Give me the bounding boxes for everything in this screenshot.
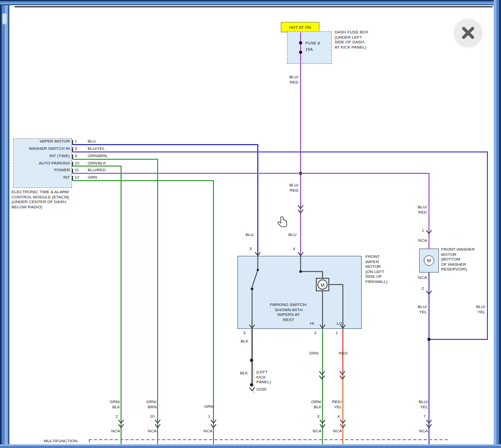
connector-double-chevron-icon [154, 419, 161, 428]
etacm-pin-function: POWER [15, 168, 70, 173]
bottom-wire-label: GRN/ BLK [99, 399, 120, 409]
wire-grn-blk-v [121, 166, 122, 445]
etacm-wire-name: BLU [88, 139, 96, 144]
ground-symbol-icon [248, 387, 256, 392]
connector-chevron-icon [425, 290, 433, 295]
ground-location-note: (LEFT KICK PANEL) [256, 370, 271, 385]
connector-double-chevron-icon [117, 419, 125, 428]
wire-blu-yel-right-v [487, 151, 488, 340]
washer-motor-note: FRONT WASHER MOTOR (BOTTOM OF WASHER RES… [441, 247, 474, 272]
wire-label-grn: GRN [305, 351, 318, 356]
fuse-rating-label: 15A [305, 47, 313, 52]
etacm-wire-name: BLU/RED [88, 168, 106, 173]
bottom-pin-number: 3 [309, 414, 319, 419]
window-frame-bottom [0, 444, 501, 448]
wire-label-blu-red: BLU/ RED [279, 75, 299, 85]
nca-label: NCA [412, 275, 427, 280]
wire-label-blu-yel: BLU/ YEL [470, 304, 485, 314]
bottom-pin-number: 7 [415, 414, 426, 419]
bottom-pin-number: 10 [144, 414, 154, 419]
wiper-pin-number: 2 [314, 331, 316, 336]
wire-label-blk: BLK [234, 371, 248, 376]
wiper-pin-number: 1 [336, 331, 338, 336]
bottom-wire-label: GRN/ BRN [136, 399, 157, 409]
etacm-pin-number: 12 [75, 175, 79, 180]
wire-grn-brn-h [73, 159, 158, 160]
wiper-pin-number: 4 [293, 246, 295, 252]
multifunction-box-top-edge [89, 439, 448, 440]
fuse-box-note: DASH FUSE BOX (UNDER LEFT SIDE OF DASH, … [335, 30, 368, 50]
hi-label: HI [310, 321, 314, 326]
fuse-name-label: FUSE 8 [305, 41, 320, 46]
etacm-wire-name: GRN/BRN [88, 154, 107, 159]
connector-double-chevron-icon [339, 419, 347, 428]
wire-blu-v [257, 145, 258, 256]
etacm-pin-function: INT [15, 175, 70, 180]
nca-label: NCA [197, 429, 212, 434]
hot-at-on-label: HOT AT ON [281, 22, 319, 32]
wire-label-blk: BLK [235, 339, 248, 344]
connector-chevron-icon [248, 324, 256, 329]
bottom-wire-label: GRN/ BLK [301, 399, 321, 409]
nca-label: NCA [326, 429, 342, 434]
connector-chevron-icon [319, 324, 326, 329]
wire-label-blu-red: BLU/ RED [279, 183, 299, 193]
bottom-pin-number: 1 [200, 414, 210, 419]
etacm-wire-name: BLU/YEL [88, 146, 105, 151]
fuse-terminal-dot [299, 41, 302, 44]
cursor-pointer-icon [277, 216, 289, 229]
connector-double-chevron-icon [318, 371, 326, 380]
junction-dot [250, 359, 253, 362]
bottom-wire-label: GRN [193, 404, 213, 409]
window-frame-top [0, 0, 501, 5]
washer-pin-number: 1 [422, 228, 424, 233]
nca-label: NCA [141, 429, 157, 434]
wire-label-blu: BLU [239, 232, 254, 238]
nca-label: NCA [412, 238, 427, 243]
nca-label: NCA [412, 429, 428, 434]
wiper-pin-number: 3 [243, 331, 245, 336]
etacm-pin-function: WIPER MOTOR [15, 139, 70, 144]
wire-grn-blk-h [73, 166, 122, 167]
ground-dot [250, 383, 253, 386]
connector-double-chevron-icon [339, 371, 346, 380]
ground-name-label: G200 [256, 387, 267, 392]
wiper-pin-number: 5 [249, 246, 252, 252]
wire-label-blu: BLU [282, 232, 296, 238]
connector-double-chevron-icon [425, 419, 433, 428]
washer-motor-letter: M [427, 258, 431, 263]
wiper-motor-symbol: M [320, 282, 325, 288]
etacm-pin-number: 3 [75, 146, 77, 151]
wire-red-yel-v [342, 373, 343, 445]
close-button[interactable] [455, 19, 482, 46]
wire-blu-yel-return-h [428, 339, 488, 340]
window-frame-right [494, 0, 501, 448]
connector-chevron-icon [339, 324, 347, 329]
etacm-pin-function: INT (TIME) [15, 154, 70, 159]
etacm-pin-number: 11 [75, 168, 79, 173]
wire-grn-brn-v [157, 159, 158, 445]
etacm-pin-number: 1 [75, 139, 77, 144]
bottom-wire-label: RED/ YEL [321, 399, 342, 409]
nca-label: NCA [306, 429, 321, 434]
etacm-wire-name: GRN [88, 175, 97, 180]
connector-chevron-icon [425, 230, 433, 234]
diagram-viewer-window: HOT AT ON FUSE 8 15A DASH FUSE BOX (UNDE… [0, 0, 501, 448]
wiper-motor-note: FRONT WIPER MOTOR (ON LEFT SIDE OF FIREW… [365, 254, 387, 284]
bottom-wire-label: BLU/ YEL [407, 399, 428, 409]
page-top-border [15, 6, 493, 7]
wire-grn-h [73, 180, 214, 181]
wire-blu-red-h [73, 173, 430, 174]
washer-motor-symbol: M [424, 255, 434, 266]
etacm-note: ELECTRONIC TIME & ALARM CONTROL MODULE (… [11, 190, 85, 209]
etacm-pin-function: WASHER SWITCH IN [15, 146, 70, 151]
wire-label-red: RED [334, 351, 348, 356]
scrollbar-thumb[interactable] [2, 13, 7, 25]
washer-pin-number: 2 [422, 286, 424, 291]
wire-label-blu-red: BLU/ RED [409, 205, 427, 215]
etacm-pin-function: AUTO PARKING [15, 161, 70, 166]
connector-double-chevron-icon [210, 419, 217, 428]
bottom-pin-number: 4 [329, 414, 340, 419]
window-frame-left [0, 0, 9, 448]
wire-blk-v [252, 329, 253, 386]
